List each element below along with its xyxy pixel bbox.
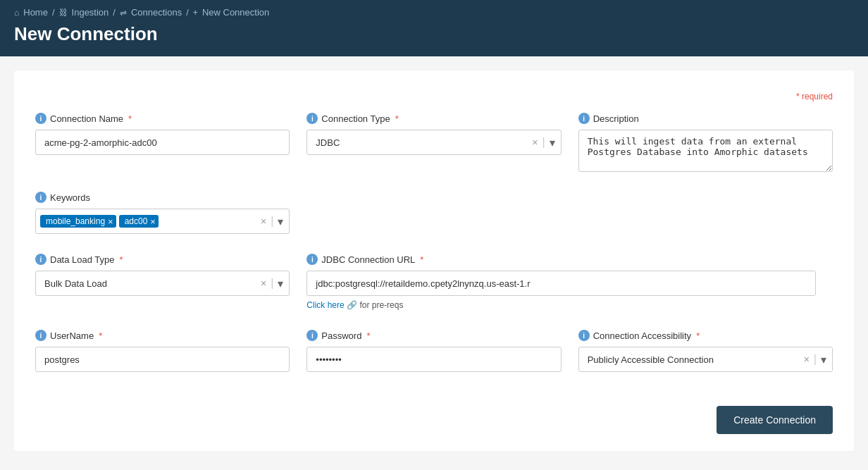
- connection-accessibility-required: *: [696, 330, 700, 341]
- form-container: * required i Connection Name * i Connect…: [14, 70, 854, 451]
- keywords-info-icon: i: [35, 192, 46, 203]
- data-load-type-required: *: [120, 254, 123, 265]
- jdbc-url-group: i JDBC Connection URL * Click here 🔗 for…: [306, 254, 816, 310]
- jdbc-url-label: i JDBC Connection URL *: [306, 254, 816, 265]
- external-link-icon: 🔗: [347, 300, 357, 310]
- keywords-input[interactable]: mobile_banking × adc00 × × | ▾: [35, 209, 290, 234]
- connection-accessibility-arrow-icon[interactable]: ▾: [818, 353, 829, 366]
- jdbc-url-info-icon: i: [306, 254, 318, 265]
- breadcrumb-sep1: /: [52, 7, 55, 18]
- description-label: i Description: [578, 113, 833, 124]
- keywords-controls: × | ▾: [258, 215, 286, 228]
- connection-accessibility-clear-icon[interactable]: ×: [801, 354, 812, 365]
- connection-type-group: i Connection Type * JDBC × | ▾: [306, 113, 561, 155]
- username-label: i UserName *: [35, 330, 290, 341]
- page-title: New Connection: [14, 20, 854, 55]
- password-group: i Password *: [306, 330, 561, 372]
- row-3: i Data Load Type * Bulk Data Load × | ▾ …: [35, 254, 833, 310]
- jdbc-url-input[interactable]: [306, 271, 816, 296]
- tag-adc00-remove[interactable]: ×: [150, 217, 156, 226]
- home-icon: ⌂: [14, 8, 19, 18]
- connection-name-group: i Connection Name *: [35, 113, 290, 155]
- connection-type-separator: |: [541, 136, 547, 149]
- row-2: i Keywords mobile_banking × adc00 × × | …: [35, 192, 833, 234]
- connection-accessibility-group: i Connection Accessibility * Publicly Ac…: [578, 330, 833, 372]
- data-load-type-value: Bulk Data Load: [44, 278, 258, 289]
- connection-type-required: *: [395, 113, 399, 124]
- connection-name-label: i Connection Name *: [35, 113, 290, 124]
- ingestion-icon: ⛓: [59, 8, 68, 18]
- breadcrumb-ingestion[interactable]: Ingestion: [72, 7, 109, 18]
- tag-adc00-label: adc00: [125, 216, 148, 226]
- connection-type-select[interactable]: JDBC × | ▾: [306, 130, 561, 155]
- connection-accessibility-value: Publicly Accessible Connection: [588, 354, 801, 365]
- keywords-group: i Keywords mobile_banking × adc00 × × | …: [35, 192, 290, 234]
- data-load-type-select[interactable]: Bulk Data Load × | ▾: [35, 271, 290, 296]
- create-connection-button[interactable]: Create Connection: [717, 406, 833, 434]
- connection-name-input[interactable]: [35, 130, 290, 155]
- tag-mobile-banking: mobile_banking ×: [40, 215, 116, 228]
- row-1: i Connection Name * i Connection Type * …: [35, 113, 833, 172]
- username-group: i UserName *: [35, 330, 290, 372]
- click-here-suffix: for pre-reqs: [359, 300, 403, 310]
- connection-type-value: JDBC: [316, 137, 529, 148]
- username-input[interactable]: [35, 347, 290, 372]
- data-load-type-label: i Data Load Type *: [35, 254, 290, 265]
- connection-accessibility-select[interactable]: Publicly Accessible Connection × | ▾: [578, 347, 833, 372]
- data-load-type-group: i Data Load Type * Bulk Data Load × | ▾: [35, 254, 290, 296]
- connection-accessibility-info-icon: i: [578, 330, 590, 341]
- connection-name-info-icon: i: [35, 113, 46, 124]
- breadcrumb-sep2: /: [113, 7, 116, 18]
- description-info-icon: i: [578, 113, 590, 124]
- breadcrumb-home[interactable]: Home: [23, 7, 48, 18]
- connection-name-required: *: [128, 113, 132, 124]
- breadcrumb-sep3: /: [186, 7, 189, 18]
- breadcrumb-connections[interactable]: Connections: [131, 7, 182, 18]
- new-connection-icon: +: [193, 8, 198, 18]
- click-here-link[interactable]: Click here: [306, 300, 344, 310]
- header: ⌂ Home / ⛓ Ingestion / ⇌ Connections / +…: [0, 0, 868, 56]
- tag-adc00: adc00 ×: [119, 215, 159, 228]
- description-input[interactable]: This will ingest data from an external P…: [578, 130, 833, 172]
- connection-type-info-icon: i: [306, 113, 318, 124]
- breadcrumb: ⌂ Home / ⛓ Ingestion / ⇌ Connections / +…: [14, 0, 854, 20]
- password-required: *: [366, 330, 370, 341]
- click-here-row: Click here 🔗 for pre-reqs: [306, 300, 816, 310]
- connection-type-label: i Connection Type *: [306, 113, 561, 124]
- connection-type-clear-icon[interactable]: ×: [529, 137, 540, 148]
- breadcrumb-current: New Connection: [202, 7, 269, 18]
- username-required: *: [99, 330, 102, 341]
- required-note: * required: [35, 92, 833, 101]
- row-4: i UserName * i Password * i Connection A…: [35, 330, 833, 372]
- username-info-icon: i: [35, 330, 46, 341]
- connection-accessibility-label: i Connection Accessibility *: [578, 330, 833, 341]
- jdbc-url-required: *: [420, 254, 423, 265]
- tag-mobile-banking-remove[interactable]: ×: [108, 217, 113, 226]
- data-load-type-info-icon: i: [35, 254, 46, 265]
- data-load-type-clear-icon[interactable]: ×: [258, 278, 269, 289]
- connections-icon: ⇌: [120, 8, 127, 18]
- password-label: i Password *: [306, 330, 561, 341]
- keywords-clear-icon[interactable]: ×: [258, 216, 269, 227]
- tag-mobile-banking-label: mobile_banking: [46, 216, 105, 226]
- description-group: i Description This will ingest data from…: [578, 113, 833, 172]
- keywords-arrow-icon[interactable]: ▾: [275, 215, 286, 228]
- password-input[interactable]: [306, 347, 561, 372]
- connection-type-arrow-icon[interactable]: ▾: [547, 136, 558, 149]
- keywords-label: i Keywords: [35, 192, 290, 203]
- password-info-icon: i: [306, 330, 318, 341]
- footer-actions: Create Connection: [717, 406, 833, 434]
- data-load-type-arrow-icon[interactable]: ▾: [275, 277, 286, 290]
